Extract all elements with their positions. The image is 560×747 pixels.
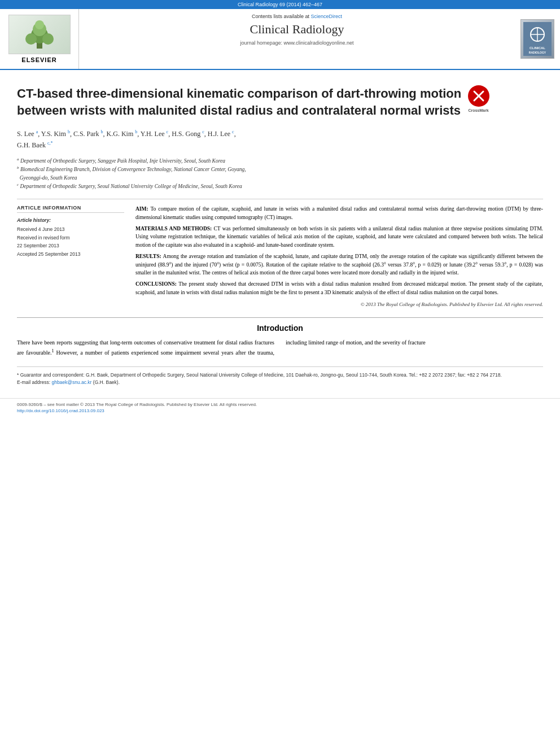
footnote-guarantor: * Guarantor and correspondent: G.H. Baek… bbox=[17, 372, 543, 379]
results-label: RESULTS: bbox=[135, 254, 163, 259]
conclusions-text: The present study showed that decreased … bbox=[135, 281, 543, 295]
svg-point-5 bbox=[35, 20, 44, 29]
main-content: CT-based three-dimensional kinematic com… bbox=[0, 70, 560, 392]
conclusions-label: CONCLUSIONS: bbox=[135, 281, 178, 287]
science-direct-link[interactable]: ScienceDirect bbox=[311, 14, 343, 19]
header-divider bbox=[17, 199, 543, 199]
journal-title: Clinical Radiology bbox=[250, 22, 344, 37]
journal-header: ELSEVIER Contents lists available at Sci… bbox=[0, 9, 560, 70]
aim-label: AIM: bbox=[135, 206, 150, 212]
article-info-title: ARTICLE INFORMATION bbox=[17, 205, 124, 213]
svg-text:CLINICAL: CLINICAL bbox=[530, 46, 545, 50]
copyright-line: © 2013 The Royal College of Radiologists… bbox=[135, 301, 543, 309]
crossmark-badge: CrossMark bbox=[466, 85, 491, 111]
author-affiliations: a Department of Orthopedic Surgery, Sang… bbox=[17, 156, 543, 190]
svg-point-3 bbox=[42, 33, 54, 45]
journal-citation-bar: Clinical Radiology 69 (2014) 462–467 bbox=[0, 0, 560, 9]
methods-label: MATERIALS AND METHODS: bbox=[135, 226, 214, 231]
svg-text:RADIOLOGY: RADIOLOGY bbox=[529, 51, 546, 54]
journal-logo-area: CLINICAL RADIOLOGY bbox=[515, 9, 560, 69]
received-revised-date: 22 September 2013 bbox=[17, 242, 124, 250]
article-info-abstract-section: ARTICLE INFORMATION Article history: Rec… bbox=[17, 205, 543, 309]
elsevier-tree-icon bbox=[17, 19, 62, 50]
radiology-logo-icon: CLINICAL RADIOLOGY bbox=[523, 22, 552, 56]
journal-info-center: Contents lists available at ScienceDirec… bbox=[79, 9, 515, 69]
abstract-text: AIM: To compare motion of the capitate, … bbox=[135, 205, 543, 309]
authors-line: S. Lee a, Y.S. Kim b, C.S. Park b, K.G. … bbox=[17, 129, 543, 150]
elsevier-logo-area: ELSEVIER bbox=[0, 9, 79, 69]
results-text: Among the average rotation and translati… bbox=[135, 254, 543, 276]
article-title-container: CT-based three-dimensional kinematic com… bbox=[17, 85, 485, 119]
article-history-label: Article history: bbox=[17, 217, 124, 223]
crossmark-icon bbox=[472, 89, 485, 103]
elsevier-logo bbox=[8, 15, 71, 54]
footnote-email: E-mail address: ghbaek@snu.ac.kr (G.H. B… bbox=[17, 379, 543, 387]
journal-homepage: journal homepage: www.clinicalradiologyo… bbox=[240, 40, 353, 46]
section-divider bbox=[17, 317, 543, 318]
email-link[interactable]: ghbaek@snu.ac.kr bbox=[51, 379, 91, 385]
svg-point-2 bbox=[25, 33, 37, 45]
doi-link-container: http://dx.doi.org/10.1016/j.crad.2013.09… bbox=[17, 408, 543, 413]
introduction-heading: Introduction bbox=[17, 324, 543, 333]
received-revised-label: Received in revised form bbox=[17, 234, 124, 242]
bottom-bar: 0009-9260/$ – see front matter © 2013 Th… bbox=[0, 398, 560, 417]
science-direct-notice: Contents lists available at ScienceDirec… bbox=[252, 14, 342, 19]
received-date: Received 4 June 2013 bbox=[17, 225, 124, 233]
issn-notice: 0009-9260/$ – see front matter © 2013 Th… bbox=[17, 402, 543, 407]
article-title-text: CT-based three-dimensional kinematic com… bbox=[17, 86, 461, 117]
introduction-text: There have been reports suggesting that … bbox=[17, 338, 543, 357]
doi-link[interactable]: http://dx.doi.org/10.1016/j.crad.2013.09… bbox=[17, 408, 104, 413]
footnote-section: * Guarantor and correspondent: G.H. Baek… bbox=[17, 366, 543, 387]
journal-logo: CLINICAL RADIOLOGY bbox=[520, 19, 554, 59]
accepted-date: Accepted 25 September 2013 bbox=[17, 250, 124, 258]
elsevier-brand-text: ELSEVIER bbox=[21, 56, 56, 63]
crossmark-label: CrossMark bbox=[468, 108, 488, 113]
abstract-column: AIM: To compare motion of the capitate, … bbox=[135, 205, 543, 309]
guarantor-text: * Guarantor and correspondent: G.H. Baek… bbox=[17, 372, 502, 378]
journal-citation: Clinical Radiology 69 (2014) 462–467 bbox=[238, 2, 322, 7]
article-info-column: ARTICLE INFORMATION Article history: Rec… bbox=[17, 205, 124, 309]
article-history-items: Received 4 June 2013 Received in revised… bbox=[17, 225, 124, 258]
aim-text: To compare motion of the capitate, scaph… bbox=[135, 206, 543, 220]
introduction-section: Introduction There have been reports sug… bbox=[17, 324, 543, 357]
